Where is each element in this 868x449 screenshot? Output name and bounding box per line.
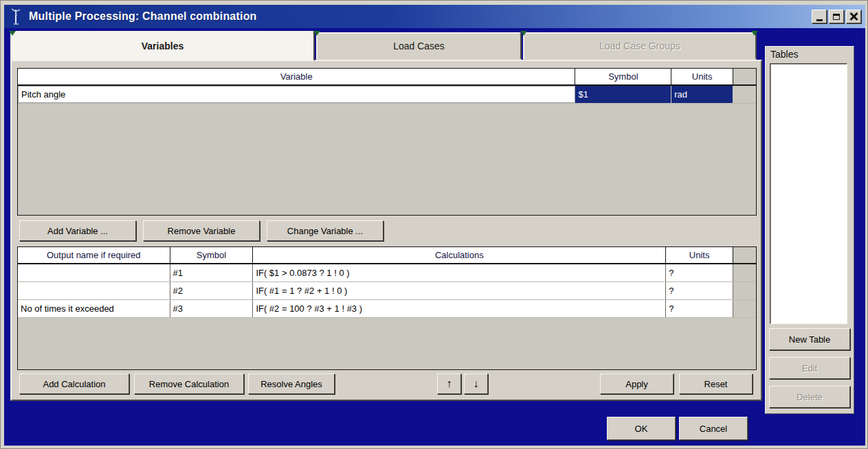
- maximize-icon: [833, 14, 840, 20]
- units-cell[interactable]: ?: [666, 282, 733, 299]
- calculation-row[interactable]: #2 IF( #1 = 1 ? #2 + 1 ! 0 ) ?: [18, 282, 756, 300]
- variable-name-cell[interactable]: Pitch angle: [18, 86, 575, 103]
- row-filler-cell: [733, 300, 756, 317]
- up-arrow-icon: ↑: [447, 378, 452, 389]
- move-down-button[interactable]: ↓: [464, 373, 488, 394]
- column-header-units[interactable]: Units: [666, 247, 733, 263]
- calculations-grid-header: Output name if required Symbol Calculati…: [18, 247, 756, 264]
- variable-units-cell[interactable]: rad: [671, 86, 733, 103]
- calculation-cell[interactable]: IF( #1 = 1 ? #2 + 1 ! 0 ): [253, 282, 666, 299]
- output-name-cell[interactable]: [18, 282, 170, 299]
- tab-load-case-groups: Load Case Groups: [523, 32, 757, 60]
- dialog-window: Multiple Processing: Channel combination…: [0, 0, 868, 449]
- minimize-button[interactable]: [812, 10, 827, 23]
- minimize-icon: [816, 19, 823, 21]
- column-header-units[interactable]: Units: [671, 69, 733, 84]
- column-header-filler: [733, 247, 756, 263]
- tab-corner-notch-icon: [313, 31, 320, 36]
- row-filler-cell: [733, 264, 756, 281]
- calculations-grid: Output name if required Symbol Calculati…: [17, 246, 757, 370]
- tables-frame-caption: Tables: [770, 49, 798, 60]
- cancel-button[interactable]: Cancel: [679, 417, 748, 440]
- units-cell[interactable]: ?: [666, 300, 733, 317]
- remove-variable-button[interactable]: Remove Variable: [143, 220, 260, 241]
- resolve-angles-button[interactable]: Resolve Angles: [248, 373, 335, 394]
- variables-grid-header: Variable Symbol Units: [18, 69, 756, 86]
- column-header-filler: [733, 69, 756, 84]
- variable-symbol-cell[interactable]: $1: [575, 86, 671, 103]
- symbol-cell[interactable]: #2: [170, 282, 254, 299]
- tab-variables-label: Variables: [142, 41, 184, 51]
- column-header-calculations[interactable]: Calculations: [253, 247, 666, 263]
- symbol-cell[interactable]: #1: [170, 264, 254, 281]
- variables-grid: Variable Symbol Units Pitch angle $1 rad: [17, 68, 757, 216]
- tab-corner-notch-icon: [520, 31, 527, 36]
- variables-tab-panel: Variable Symbol Units Pitch angle $1 rad…: [10, 60, 762, 401]
- down-arrow-icon: ↓: [474, 378, 479, 389]
- output-name-cell[interactable]: [18, 264, 170, 281]
- edit-table-button: Edit: [769, 357, 850, 379]
- close-icon: [849, 12, 858, 21]
- title-bar[interactable]: Multiple Processing: Channel combination: [4, 5, 865, 28]
- window-title: Multiple Processing: Channel combination: [29, 10, 257, 23]
- units-cell[interactable]: ?: [666, 264, 733, 281]
- tab-corner-notch-icon: [751, 31, 758, 36]
- move-up-button[interactable]: ↑: [437, 373, 461, 394]
- delete-table-button: Delete: [769, 386, 850, 408]
- close-button[interactable]: [846, 10, 861, 23]
- tab-load-cases[interactable]: Load Cases: [316, 32, 522, 60]
- add-variable-button[interactable]: Add Variable ...: [19, 220, 136, 241]
- tab-corner-notch-icon: [9, 31, 16, 36]
- turbine-app-icon: [10, 8, 23, 25]
- tab-load-cases-label: Load Cases: [393, 41, 445, 51]
- column-header-variable[interactable]: Variable: [18, 69, 575, 84]
- row-filler-cell: [733, 86, 756, 103]
- column-header-symbol[interactable]: Symbol: [170, 247, 254, 263]
- ok-button[interactable]: OK: [607, 417, 676, 440]
- tables-listbox[interactable]: [770, 63, 847, 324]
- column-header-output-name[interactable]: Output name if required: [18, 247, 170, 263]
- reset-button[interactable]: Reset: [679, 373, 753, 394]
- calculation-cell[interactable]: IF( $1 > 0.0873 ? 1 ! 0 ): [253, 264, 666, 281]
- variable-row[interactable]: Pitch angle $1 rad: [18, 86, 756, 104]
- calculation-cell[interactable]: IF( #2 = 100 ? #3 + 1 ! #3 ): [253, 300, 666, 317]
- add-calculation-button[interactable]: Add Calculation: [19, 373, 129, 394]
- apply-button[interactable]: Apply: [600, 373, 674, 394]
- tab-variables[interactable]: Variables: [10, 31, 315, 61]
- symbol-cell[interactable]: #3: [170, 300, 254, 317]
- new-table-button[interactable]: New Table: [769, 328, 850, 350]
- row-filler-cell: [733, 282, 756, 299]
- tab-load-case-groups-label: Load Case Groups: [599, 41, 680, 51]
- tables-frame: Tables New Table Edit Delete: [765, 46, 854, 414]
- output-name-cell[interactable]: No of times it exceeded: [18, 300, 170, 317]
- change-variable-button[interactable]: Change Variable ...: [267, 220, 383, 241]
- remove-calculation-button[interactable]: Remove Calculation: [134, 373, 244, 394]
- calculation-row[interactable]: No of times it exceeded #3 IF( #2 = 100 …: [18, 300, 756, 318]
- maximize-button[interactable]: [829, 10, 844, 23]
- calculation-row[interactable]: #1 IF( $1 > 0.0873 ? 1 ! 0 ) ?: [18, 264, 756, 282]
- column-header-symbol[interactable]: Symbol: [575, 69, 671, 84]
